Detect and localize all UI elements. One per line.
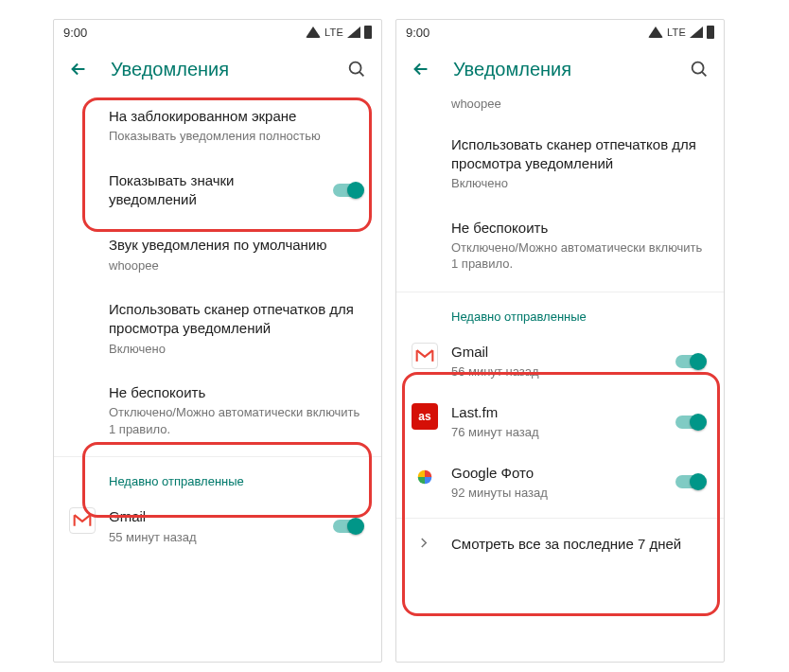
setting-title: Использовать сканер отпечатков для просм… [109, 300, 364, 339]
app-name: Google Фото [451, 464, 663, 483]
svg-point-1 [693, 62, 704, 74]
app-row-gmail[interactable]: Gmail 56 минут назад [396, 331, 724, 392]
battery-icon [707, 26, 714, 39]
back-button[interactable] [67, 58, 90, 80]
see-all-row[interactable]: Смотреть все за последние 7 дней [396, 519, 724, 569]
setting-subtitle: Отключено/Можно автоматически включить 1… [451, 239, 707, 273]
setting-subtitle: Включено [109, 341, 364, 358]
phone-right: 9:00 LTE Уведомления whoopee Использова [395, 19, 725, 663]
back-arrow-icon [411, 59, 431, 80]
setting-title: Звук уведомления по умолчанию [109, 236, 364, 255]
wifi-icon [306, 27, 321, 38]
setting-dnd[interactable]: Не беспокоить Отключено/Можно автоматиче… [54, 370, 381, 451]
app-bar: Уведомления [396, 44, 724, 94]
app-row-lastfm[interactable]: as Last.fm 76 минут назад [396, 392, 724, 452]
search-icon [346, 59, 367, 80]
setting-subtitle: Отключено/Можно автоматически включить 1… [109, 404, 364, 437]
setting-title: Не беспокоить [451, 219, 707, 238]
settings-list[interactable]: На заблокированном экране Показывать уве… [54, 94, 381, 662]
setting-subtitle: Показывать уведомления полностью [109, 128, 364, 145]
page-title: Уведомления [111, 59, 324, 80]
lastfm-icon: as [412, 403, 438, 430]
gmail-icon [69, 507, 96, 534]
app-bar: Уведомления [54, 44, 381, 94]
status-time: 9:00 [406, 26, 430, 40]
svg-point-0 [350, 62, 361, 74]
setting-subtitle: whoopee [451, 96, 707, 113]
app-name: Gmail [451, 343, 663, 362]
wifi-icon [648, 27, 663, 38]
app-time: 56 минут назад [451, 363, 663, 380]
back-arrow-icon [68, 59, 89, 80]
status-bar: 9:00 LTE [396, 20, 724, 44]
lastfm-switch[interactable] [675, 413, 707, 432]
app-time: 76 минут назад [451, 424, 663, 441]
app-name: Last.fm [451, 403, 663, 422]
photos-switch[interactable] [675, 472, 707, 491]
setting-dnd[interactable]: Не беспокоить Отключено/Можно автоматиче… [396, 205, 724, 286]
app-row-photos[interactable]: Google Фото 92 минуты назад [396, 452, 724, 513]
signal-icon [347, 27, 360, 38]
setting-subtitle: Включено [451, 175, 707, 192]
section-recent: Недавно отправленные [54, 457, 381, 496]
setting-sound[interactable]: Звук уведомления по умолчанию whoopee [54, 222, 381, 287]
app-row-gmail[interactable]: Gmail 55 минут назад [54, 496, 381, 557]
settings-list[interactable]: whoopee Использовать сканер отпечатков д… [396, 94, 724, 662]
chevron-right-icon [415, 534, 432, 554]
app-name: Gmail [109, 507, 321, 526]
gmail-switch[interactable] [332, 517, 364, 536]
setting-fingerprint[interactable]: Использовать сканер отпечатков для просм… [396, 122, 724, 205]
badges-switch[interactable] [332, 181, 364, 200]
status-time: 9:00 [63, 26, 87, 40]
lte-label: LTE [667, 27, 686, 38]
search-button[interactable] [688, 58, 710, 80]
lte-label: LTE [324, 27, 343, 38]
setting-fingerprint[interactable]: Использовать сканер отпечатков для просм… [54, 287, 381, 370]
gmail-switch[interactable] [675, 352, 707, 371]
setting-title: На заблокированном экране [109, 107, 364, 126]
status-bar: 9:00 LTE [54, 20, 381, 44]
section-recent: Недавно отправленные [396, 292, 724, 331]
search-icon [689, 59, 710, 80]
signal-icon [690, 27, 703, 38]
setting-title: Не беспокоить [109, 383, 364, 402]
page-title: Уведомления [453, 59, 667, 80]
setting-title: Использовать сканер отпечатков для просм… [451, 135, 707, 174]
setting-badges[interactable]: Показывать значки уведомлений [54, 158, 381, 223]
setting-subtitle: whoopee [109, 257, 364, 274]
app-time: 92 минуты назад [451, 485, 663, 502]
setting-sound-partial[interactable]: whoopee [396, 96, 724, 122]
search-button[interactable] [345, 58, 368, 80]
app-time: 55 минут назад [109, 529, 321, 546]
back-button[interactable] [410, 58, 432, 80]
see-all-label: Смотреть все за последние 7 дней [451, 536, 681, 552]
setting-lockscreen[interactable]: На заблокированном экране Показывать уве… [54, 94, 381, 158]
gmail-icon [412, 343, 438, 369]
battery-icon [364, 26, 372, 39]
setting-title: Показывать значки уведомлений [109, 171, 321, 210]
google-photos-icon [412, 464, 438, 490]
phone-left: 9:00 LTE Уведомления На заблокированном … [53, 19, 382, 663]
